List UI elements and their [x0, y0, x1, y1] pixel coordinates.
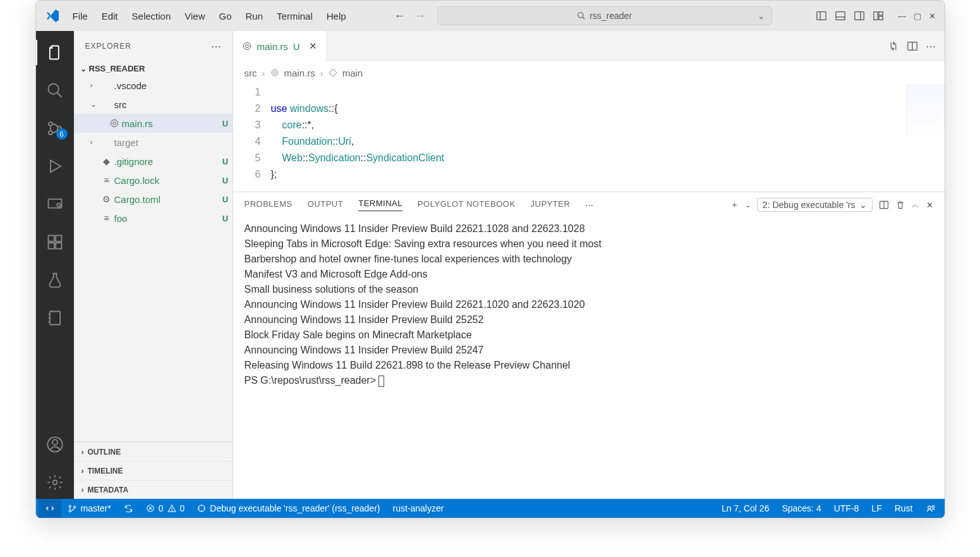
panel-tab-problems[interactable]: PROBLEMS — [245, 199, 293, 211]
section-outline[interactable]: ›OUTLINE — [74, 442, 233, 461]
window-minimize-icon[interactable]: — — [895, 9, 909, 23]
svg-rect-19 — [48, 236, 54, 242]
activity-search-icon[interactable] — [36, 74, 74, 107]
status-sync[interactable] — [118, 499, 140, 518]
activity-explorer-icon[interactable] — [36, 36, 74, 69]
minimap[interactable] — [907, 84, 945, 135]
tree-file-cargo-lock[interactable]: ≡ Cargo.lock U — [74, 171, 233, 190]
activity-remote-icon[interactable] — [36, 188, 74, 221]
panel-tab-polyglot[interactable]: POLYGLOT NOTEBOOK — [418, 199, 516, 211]
activity-testing-icon[interactable] — [36, 264, 74, 297]
status-rust-analyzer[interactable]: rust-analyzer — [386, 499, 450, 518]
new-terminal-icon[interactable]: ＋ — [730, 199, 739, 211]
status-branch[interactable]: master* — [61, 499, 118, 518]
activity-debug-icon[interactable] — [36, 150, 74, 183]
command-center[interactable]: rss_reader ⌄ — [437, 6, 772, 25]
crumb-file[interactable]: main.rs — [284, 68, 315, 78]
split-editor-icon[interactable] — [907, 40, 918, 52]
activity-account-icon[interactable] — [36, 428, 74, 461]
tree-folder-vscode[interactable]: › .vscode — [74, 76, 233, 95]
crumb-symbol[interactable]: main — [342, 68, 363, 78]
menu-terminal[interactable]: Terminal — [270, 8, 319, 24]
svg-point-30 — [111, 119, 118, 126]
status-problems[interactable]: 0 0 — [140, 499, 191, 518]
terminal-prompt: PS G:\repos\rust\rss_reader> — [245, 375, 377, 386]
section-timeline[interactable]: ›TIMELINE — [74, 461, 233, 480]
terminal-line: Announcing Windows 11 Insider Preview Bu… — [245, 221, 933, 236]
tree-file-foo[interactable]: ≡ foo U — [74, 209, 233, 228]
layout-sidebar-right-icon[interactable] — [852, 9, 866, 23]
status-feedback-icon[interactable] — [919, 499, 942, 518]
panel-tab-jupyter[interactable]: JUPYTER — [531, 199, 571, 211]
window-maximize-icon[interactable]: ▢ — [910, 9, 924, 23]
terminal-selector[interactable]: 2: Debug executable 'rs⌄ — [757, 198, 873, 212]
line-gutter: 123 456 — [233, 84, 271, 192]
window-close-icon[interactable]: ✕ — [926, 9, 940, 23]
breadcrumb[interactable]: src › main.rs › main — [233, 61, 945, 84]
svg-rect-10 — [878, 16, 882, 20]
remote-indicator[interactable] — [39, 499, 61, 518]
svg-point-14 — [49, 131, 52, 135]
trash-icon[interactable] — [895, 200, 905, 210]
status-encoding[interactable]: UTF-8 — [828, 499, 866, 518]
tree-file-gitignore[interactable]: ◆ .gitignore U — [74, 152, 233, 171]
menu-selection[interactable]: Selection — [126, 8, 178, 24]
git-file-icon: ◆ — [100, 156, 113, 166]
layout-panel-icon[interactable] — [833, 9, 847, 23]
code-content[interactable]: use windows::{ core::*, Foundation::Uri,… — [271, 84, 945, 192]
status-spaces[interactable]: Spaces: 4 — [775, 499, 827, 518]
compare-changes-icon[interactable] — [888, 40, 899, 52]
status-position[interactable]: Ln 7, Col 26 — [715, 499, 776, 518]
crumb-src[interactable]: src — [245, 68, 257, 78]
panel-tab-output[interactable]: OUTPUT — [308, 199, 343, 211]
menu-file[interactable]: File — [66, 8, 94, 24]
svg-point-11 — [48, 84, 58, 94]
status-eol[interactable]: LF — [865, 499, 888, 518]
terminal-line: Sleeping Tabs in Microsoft Edge: Saving … — [245, 236, 933, 252]
split-terminal-icon[interactable] — [879, 200, 889, 210]
tree-folder-target[interactable]: › target — [74, 133, 233, 152]
code-editor[interactable]: 123 456 use windows::{ core::*, Foundati… — [233, 84, 945, 192]
activity-settings-icon[interactable] — [36, 466, 74, 499]
layout-sidebar-left-icon[interactable] — [814, 9, 828, 23]
layout-customize-icon[interactable] — [871, 9, 885, 23]
more-actions-icon[interactable]: ⋯ — [926, 40, 936, 52]
tab-label: main.rs — [257, 41, 288, 52]
tab-bar: main.rs U ✕ ⋯ — [233, 31, 945, 61]
status-debug-target[interactable]: Debug executable 'rss_reader' (rss_reade… — [191, 499, 386, 518]
close-icon[interactable]: ✕ — [309, 40, 317, 52]
tree-file-main-rs[interactable]: main.rs U — [74, 114, 233, 133]
terminal-output[interactable]: Announcing Windows 11 Insider Preview Bu… — [233, 217, 945, 499]
activity-scm-icon[interactable]: 6 — [36, 112, 74, 145]
menu-view[interactable]: View — [178, 8, 211, 24]
nav-forward-icon[interactable]: → — [413, 9, 427, 23]
file-icon: ≡ — [100, 213, 113, 223]
panel-more-icon[interactable]: ⋯ — [585, 200, 593, 210]
nav-back-icon[interactable]: ← — [393, 9, 407, 23]
status-language[interactable]: Rust — [888, 499, 919, 518]
menu-go[interactable]: Go — [213, 8, 238, 24]
close-panel-icon[interactable]: ✕ — [926, 200, 933, 210]
terminal-line: Barbershop and hotel owner fine-tunes lo… — [245, 252, 933, 267]
section-metadata[interactable]: ›METADATA — [74, 480, 233, 499]
explorer-more-icon[interactable]: ⋯ — [211, 40, 221, 52]
chevron-down-icon[interactable]: ⌄ — [745, 201, 751, 209]
tree-root[interactable]: ⌄RSS_READER — [74, 61, 233, 76]
nav-arrows: ← → — [393, 9, 427, 23]
tab-main-rs[interactable]: main.rs U ✕ — [233, 31, 327, 61]
terminal-line: Manifest V3 and Microsoft Edge Add-ons — [245, 267, 933, 282]
file-tree: ⌄RSS_READER › .vscode ⌄ src main.rs U — [74, 61, 233, 441]
panel-tab-terminal[interactable]: TERMINAL — [358, 199, 402, 211]
maximize-panel-icon[interactable]: ︿ — [912, 199, 920, 211]
tree-file-cargo-toml[interactable]: ⚙ Cargo.toml U — [74, 190, 233, 209]
activity-notebook-icon[interactable] — [36, 302, 74, 334]
panel-tabs: PROBLEMS OUTPUT TERMINAL POLYGLOT NOTEBO… — [233, 192, 945, 217]
svg-rect-6 — [854, 12, 863, 20]
tree-folder-src[interactable]: ⌄ src — [74, 95, 233, 114]
chevron-down-icon[interactable]: ⌄ — [758, 11, 765, 21]
activity-extensions-icon[interactable] — [36, 226, 74, 259]
menu-help[interactable]: Help — [320, 8, 353, 24]
menu-edit[interactable]: Edit — [95, 8, 124, 24]
svg-point-41 — [69, 505, 71, 507]
menu-run[interactable]: Run — [239, 8, 270, 24]
